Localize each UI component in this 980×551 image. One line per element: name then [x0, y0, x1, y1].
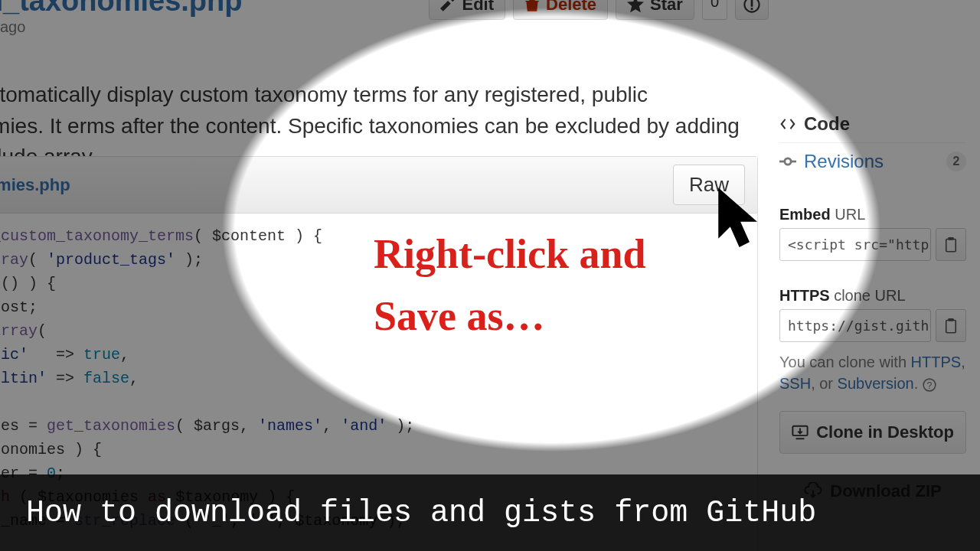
svg-rect-9 [948, 318, 954, 321]
timestamp-ago: ago [0, 18, 25, 36]
star-count: 0 [702, 0, 727, 20]
file-name-link[interactable]: taxonomies.php [0, 175, 70, 195]
ssh-link[interactable]: SSH [779, 375, 811, 392]
embed-url-input[interactable]: <script src="https:. [779, 228, 931, 261]
more-menu-button[interactable] [735, 0, 769, 20]
svg-rect-1 [751, 0, 753, 7]
revisions-count: 2 [946, 152, 966, 171]
embed-url-label: Embed URL [779, 206, 966, 223]
video-caption-text: How to download files and gists from Git… [26, 496, 816, 530]
edit-button-label: Edit [462, 0, 494, 15]
sidebar-revisions-tab[interactable]: Revisions 2 [779, 142, 966, 180]
annotation-text: Right-click and Save as… [374, 223, 646, 347]
clone-help-text: You can clone with HTTPS, SSH, or Subver… [779, 351, 966, 394]
star-icon [627, 0, 644, 13]
cursor-icon [717, 187, 763, 256]
edit-button[interactable]: Edit [429, 0, 505, 20]
alert-icon [743, 0, 760, 13]
commit-icon [779, 153, 796, 170]
https-clone-label: HTTPS clone URL [779, 287, 966, 305]
sidebar-code-label: Code [804, 113, 850, 135]
trash-icon [524, 0, 540, 12]
https-link[interactable]: HTTPS [911, 354, 962, 370]
clone-in-desktop-label: Clone in Desktop [816, 422, 954, 442]
code-icon [779, 116, 796, 132]
gist-title[interactable]: isplay_custom_taxonomies.php [0, 0, 243, 18]
clone-in-desktop-button[interactable]: Clone in Desktop [779, 411, 966, 454]
svg-rect-6 [946, 239, 956, 251]
svg-text:?: ? [926, 380, 932, 390]
https-clone-input[interactable]: https://gist.github [779, 309, 931, 342]
star-button-label: Star [650, 0, 683, 15]
clipboard-icon [943, 318, 959, 334]
svg-rect-2 [751, 8, 753, 10]
svg-rect-8 [946, 320, 956, 332]
copy-embed-button[interactable] [936, 228, 966, 261]
delete-button-label: Delete [546, 0, 596, 15]
desktop-download-icon [792, 424, 808, 441]
help-icon[interactable]: ? [923, 378, 936, 392]
clipboard-icon [943, 237, 959, 253]
sidebar-revisions-label: Revisions [804, 151, 884, 172]
subversion-link[interactable]: Subversion [838, 375, 914, 392]
pencil-icon [440, 0, 456, 12]
svg-rect-7 [948, 237, 954, 240]
svg-point-3 [785, 158, 791, 165]
star-button[interactable]: Star [616, 0, 694, 20]
sidebar-code-tab[interactable]: Code [779, 106, 966, 142]
copy-https-button[interactable] [936, 309, 966, 342]
video-caption-bar: How to download files and gists from Git… [0, 474, 980, 551]
delete-button[interactable]: Delete [513, 0, 608, 20]
